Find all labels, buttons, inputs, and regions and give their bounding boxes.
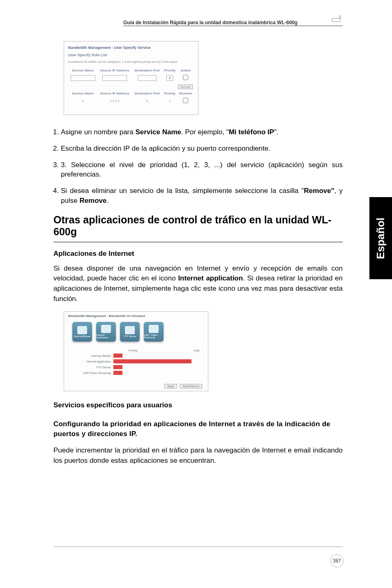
priority-input[interactable] — [166, 75, 173, 81]
header-title: Guía de Instalación Rápida para la unida… — [123, 20, 297, 25]
header-rule — [123, 25, 343, 26]
table-row — [68, 74, 194, 82]
internet-apps-heading: Aplicaciones de Internet — [53, 250, 343, 258]
svg-rect-0 — [332, 18, 340, 22]
bar-voip — [113, 371, 122, 375]
ic4-label: VoIP / Video Streaming — [144, 334, 164, 339]
internet-apps-paragraph: Si desea disponer de una navegación en I… — [53, 264, 343, 304]
ic3-label: FTP Server — [124, 335, 136, 338]
language-tab: Español — [369, 197, 392, 279]
table-row: s 1.1.1.1 2 1 — [68, 96, 194, 105]
section-title: Otras aplicaciones de control de tráfico… — [53, 214, 343, 242]
ss1-th-port: Destination Port — [132, 67, 162, 74]
ss1-th2-remove: Remove — [178, 90, 194, 96]
bar-label-gaming: Gaming Blaster — [72, 354, 113, 357]
remove-checkbox[interactable] — [183, 98, 188, 103]
priority-bars: PriorityHigh Gaming Blaster Internet App… — [64, 349, 208, 381]
rule-list-screenshot: Bandwidth Management - User Specify Serv… — [64, 41, 198, 115]
bar-label-voip: VoIP/Video Streaming — [72, 372, 113, 374]
bar-label-internet: Internet Application — [72, 360, 113, 363]
step-2: Escriba la dirección IP de la aplicación… — [61, 144, 343, 154]
bar-gaming — [113, 354, 122, 358]
step1-text-a: Asigne un nombre para — [61, 128, 135, 136]
ss1-r2-sip: 1.1.1.1 — [98, 96, 132, 105]
apps-para-b: Internet application — [178, 274, 243, 282]
action-checkbox[interactable] — [183, 75, 188, 80]
voip-video-icon[interactable]: VoIP / Video Streaming — [144, 322, 164, 342]
internet-application-icon[interactable]: Internet Application — [96, 322, 116, 342]
save-reboot-button[interactable]: Save/Reboot — [180, 384, 202, 388]
ss1-r2-port: 2 — [132, 96, 162, 105]
ss1-r2-sname: s — [68, 96, 98, 105]
priority-label: Priority — [129, 349, 138, 352]
ss1-th-ip: Source IP Address — [98, 67, 132, 74]
ss2-header: Bandwidth Management - Bandwidth On Dema… — [64, 312, 208, 320]
ss1-title: Bandwidth Management - User Specify Serv… — [68, 46, 194, 50]
ss1-r2-prio: 1 — [162, 96, 178, 105]
dest-port-input[interactable] — [138, 75, 157, 81]
ss1-table: Service Name Source IP Address Destinati… — [68, 67, 194, 105]
language-label: Español — [374, 217, 387, 259]
step1-text-c: . Por ejemplo, " — [181, 128, 229, 136]
bar-ftp — [113, 365, 122, 369]
apply-button[interactable]: Apply — [164, 384, 178, 388]
router-icon — [331, 14, 343, 23]
step1-text-e: ". — [274, 128, 279, 136]
footer-rule — [53, 547, 343, 547]
service-name-input[interactable] — [71, 75, 95, 81]
ss1-th2-port: Destination Port — [132, 90, 162, 96]
bar-label-ftp: FTP Server — [72, 366, 113, 369]
config-priority-paragraph: Puede incrementar la prioridad en el trá… — [53, 446, 343, 466]
ss1-th-name: Service Name — [68, 67, 98, 74]
ss1-subtitle: User Specify Rule List — [68, 53, 194, 57]
ss1-th2-name: Service Name — [68, 90, 98, 96]
step4-text-e: . — [107, 197, 109, 204]
ss2-icon-row: Gaming Blaster Internet Application FTP … — [64, 320, 208, 349]
config-priority-heading: Configurando la prioridad en aplicacione… — [53, 419, 343, 439]
gaming-blaster-icon[interactable]: Gaming Blaster — [72, 322, 92, 342]
source-ip-input[interactable] — [102, 75, 127, 81]
ss1-th-prio: Priority — [162, 67, 178, 74]
ftp-server-icon[interactable]: FTP Server — [120, 322, 140, 342]
high-label: High — [194, 349, 200, 352]
ss1-note: A maximum 32 entries can be configured. … — [68, 60, 194, 63]
ss1-th2-prio: Priority — [162, 90, 178, 96]
ic1-label: Gaming Blaster — [74, 335, 90, 338]
remove-button[interactable]: Remove — [178, 85, 193, 89]
ic2-label: Internet Application — [96, 334, 116, 339]
bandwidth-screenshot: Bandwidth Management - Bandwidth On Dema… — [64, 311, 208, 391]
step-4: Si desea eliminar un servicio de la list… — [61, 186, 343, 206]
step4-bold-d: Remove — [79, 197, 106, 204]
step4-text-a: Si desea eliminar un servicio de la list… — [61, 187, 304, 195]
step1-bold-b: Service Name — [135, 128, 181, 136]
ss1-th2-ip: Source IP Address — [98, 90, 132, 96]
step4-bold-b: Remove" — [304, 187, 334, 195]
user-services-heading: Servicios específicos para usuarios — [53, 401, 343, 409]
step1-bold-d: Mi teléfono IP — [229, 128, 274, 136]
page-number: 387 — [330, 554, 344, 567]
ss1-th-action: Action — [178, 67, 194, 74]
bar-internet — [113, 359, 191, 363]
steps-list: Asigne un nombre para Service Name. Por … — [61, 127, 343, 206]
step-3: 3. Seleccione el nivel de prioridad (1, … — [61, 160, 343, 180]
step-1: Asigne un nombre para Service Name. Por … — [61, 127, 343, 137]
ss2-footer: Apply Save/Reboot — [64, 381, 208, 391]
